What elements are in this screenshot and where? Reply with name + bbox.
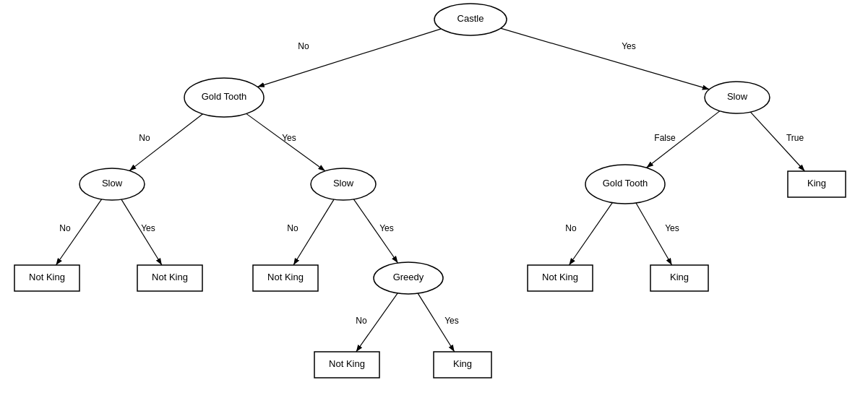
node-label-slow_mid: Slow xyxy=(333,178,354,189)
edge-label-slow_right-gold_tooth_2: False xyxy=(654,133,676,143)
edge-label-slow_right-king_tr: True xyxy=(786,133,804,143)
node-label-not_king_4: Not King xyxy=(542,272,578,282)
edge-label-gold_tooth_1-slow_left: No xyxy=(139,133,150,143)
node-label-king_2: King xyxy=(670,272,689,282)
edge-label-greedy-king_3: Yes xyxy=(444,316,459,326)
node-label-slow_right: Slow xyxy=(727,91,748,102)
edge-label-slow_left-not_king_2: Yes xyxy=(141,223,155,233)
decision-tree-diagram: NoYesNoYesFalseTrueNoYesNoYesNoYesNoYesC… xyxy=(0,0,868,398)
edge-castle-slow_right xyxy=(501,28,710,90)
edge-label-slow_mid-not_king_3: No xyxy=(287,223,298,233)
edge-label-slow_mid-greedy: Yes xyxy=(379,223,394,233)
node-label-gold_tooth_2: Gold Tooth xyxy=(603,178,648,189)
node-label-not_king_3: Not King xyxy=(267,272,304,282)
edge-castle-gold_tooth_1 xyxy=(257,29,441,87)
edge-gold_tooth_2-not_king_4 xyxy=(569,203,612,265)
node-label-king_tr: King xyxy=(807,178,826,189)
edge-slow_mid-not_king_3 xyxy=(293,199,334,265)
edge-label-gold_tooth_2-not_king_4: No xyxy=(565,223,577,233)
node-label-slow_left: Slow xyxy=(102,178,123,189)
edge-label-castle-gold_tooth_1: No xyxy=(298,41,309,51)
edge-label-greedy-not_king_5: No xyxy=(356,316,367,326)
edge-label-gold_tooth_1-slow_mid: Yes xyxy=(282,133,296,143)
node-label-not_king_5: Not King xyxy=(329,358,365,369)
node-label-gold_tooth_1: Gold Tooth xyxy=(202,91,247,102)
node-label-castle: Castle xyxy=(457,13,484,24)
edge-label-castle-slow_right: Yes xyxy=(622,41,636,51)
edge-label-gold_tooth_2-king_2: Yes xyxy=(665,223,679,233)
node-label-not_king_1: Not King xyxy=(29,272,65,282)
edge-gold_tooth_2-king_2 xyxy=(636,203,672,265)
edge-label-slow_left-not_king_1: No xyxy=(59,223,71,233)
node-label-greedy: Greedy xyxy=(393,272,424,282)
node-label-not_king_2: Not King xyxy=(152,272,188,282)
node-label-king_3: King xyxy=(453,358,472,369)
